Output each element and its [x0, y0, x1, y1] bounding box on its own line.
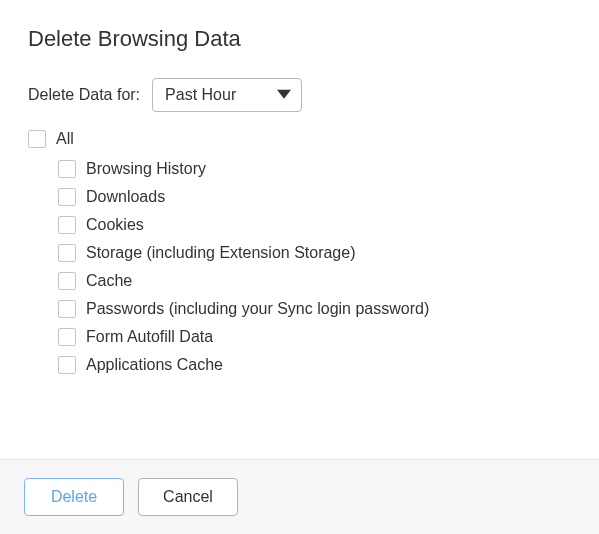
list-item: Storage (including Extension Storage): [58, 244, 571, 262]
dialog-title: Delete Browsing Data: [28, 26, 571, 52]
cookies-checkbox[interactable]: [58, 216, 76, 234]
cache-checkbox[interactable]: [58, 272, 76, 290]
data-types-list: Browsing History Downloads Cookies Stora…: [58, 160, 571, 374]
item-label: Browsing History: [86, 160, 206, 178]
time-range-select[interactable]: Past Hour: [152, 78, 302, 112]
all-label: All: [56, 130, 74, 148]
storage-checkbox[interactable]: [58, 244, 76, 262]
time-range-row: Delete Data for: Past Hour: [28, 78, 571, 112]
time-range-value: Past Hour: [165, 86, 236, 104]
downloads-checkbox[interactable]: [58, 188, 76, 206]
delete-browsing-data-dialog: Delete Browsing Data Delete Data for: Pa…: [0, 0, 599, 534]
list-item: Applications Cache: [58, 356, 571, 374]
item-label: Form Autofill Data: [86, 328, 213, 346]
cancel-button[interactable]: Cancel: [138, 478, 238, 516]
applications-cache-checkbox[interactable]: [58, 356, 76, 374]
item-label: Applications Cache: [86, 356, 223, 374]
item-label: Passwords (including your Sync login pas…: [86, 300, 429, 318]
dialog-footer: Delete Cancel: [0, 459, 599, 534]
chevron-down-icon: [277, 90, 291, 99]
passwords-checkbox[interactable]: [58, 300, 76, 318]
form-autofill-checkbox[interactable]: [58, 328, 76, 346]
browsing-history-checkbox[interactable]: [58, 160, 76, 178]
all-option-row: All: [28, 130, 571, 148]
list-item: Browsing History: [58, 160, 571, 178]
item-label: Cookies: [86, 216, 144, 234]
delete-button[interactable]: Delete: [24, 478, 124, 516]
all-checkbox[interactable]: [28, 130, 46, 148]
item-label: Storage (including Extension Storage): [86, 244, 356, 262]
time-range-label: Delete Data for:: [28, 86, 140, 104]
list-item: Passwords (including your Sync login pas…: [58, 300, 571, 318]
list-item: Form Autofill Data: [58, 328, 571, 346]
list-item: Cookies: [58, 216, 571, 234]
item-label: Downloads: [86, 188, 165, 206]
list-item: Cache: [58, 272, 571, 290]
list-item: Downloads: [58, 188, 571, 206]
dialog-content: Delete Browsing Data Delete Data for: Pa…: [0, 0, 599, 459]
item-label: Cache: [86, 272, 132, 290]
